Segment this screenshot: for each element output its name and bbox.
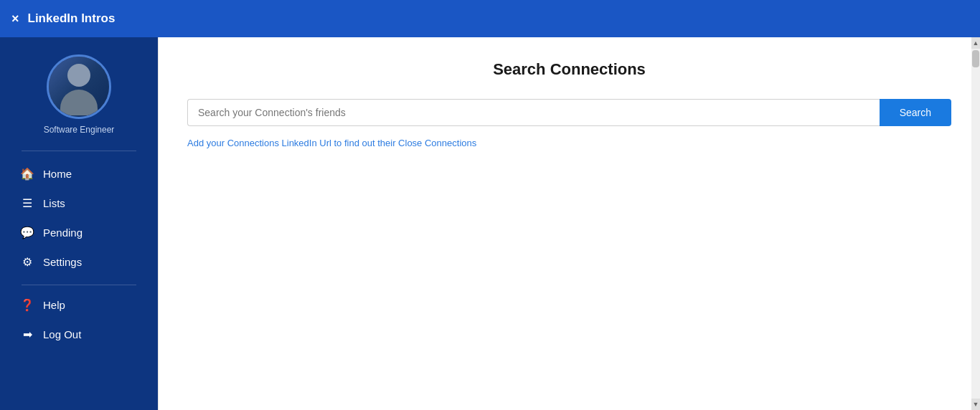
page-title: Search Connections: [187, 60, 951, 79]
sidebar-item-home[interactable]: 🏠 Home: [9, 160, 149, 188]
main-layout: Software Engineer 🏠 Home ☰ Lists 💬 Pendi…: [0, 37, 980, 410]
sidebar-item-lists[interactable]: ☰ Lists: [9, 189, 149, 217]
sidebar-item-pending-label: Pending: [43, 227, 83, 239]
lists-icon: ☰: [20, 196, 34, 210]
search-button[interactable]: Search: [880, 99, 951, 126]
nav-items: 🏠 Home ☰ Lists 💬 Pending ⚙ Settings: [0, 160, 158, 276]
sidebar-item-help-label: Help: [43, 299, 65, 311]
scrollbar-track[interactable]: ▲ ▼: [971, 37, 980, 410]
sidebar-divider-bottom: [22, 285, 136, 285]
settings-icon: ⚙: [20, 255, 34, 269]
sidebar-item-pending[interactable]: 💬 Pending: [9, 219, 149, 247]
home-icon: 🏠: [20, 167, 34, 181]
sidebar-item-home-label: Home: [43, 168, 72, 180]
avatar: [47, 54, 111, 119]
topbar: × LinkedIn Intros: [0, 0, 980, 37]
search-row: Search: [187, 99, 951, 126]
scrollbar-arrow-down[interactable]: ▼: [971, 399, 980, 410]
sidebar-item-logout[interactable]: ➡ Log Out: [9, 320, 149, 348]
avatar-image: [49, 57, 109, 117]
sidebar-item-lists-label: Lists: [43, 197, 65, 209]
logout-icon: ➡: [20, 328, 34, 341]
user-role: Software Engineer: [44, 125, 115, 135]
content-area: Search Connections Search Add your Conne…: [158, 37, 980, 410]
search-input[interactable]: [187, 99, 880, 126]
scrollbar-thumb[interactable]: [972, 50, 979, 67]
sidebar-item-help[interactable]: ❓ Help: [9, 291, 149, 319]
sidebar-divider-top: [22, 151, 136, 151]
help-icon: ❓: [20, 298, 34, 312]
avatar-figure: [50, 58, 108, 115]
sidebar-item-settings[interactable]: ⚙ Settings: [9, 248, 149, 276]
content-inner: Search Connections Search Add your Conne…: [158, 37, 980, 410]
sidebar-item-settings-label: Settings: [43, 256, 82, 268]
info-text: Add your Connections LinkedIn Url to fin…: [187, 138, 951, 148]
scrollbar-arrow-up[interactable]: ▲: [971, 37, 980, 49]
sidebar: Software Engineer 🏠 Home ☰ Lists 💬 Pendi…: [0, 37, 158, 410]
app-title: LinkedIn Intros: [28, 11, 116, 26]
pending-icon: 💬: [20, 226, 34, 239]
close-icon[interactable]: ×: [11, 12, 19, 25]
sidebar-item-logout-label: Log Out: [43, 328, 81, 340]
bottom-nav-items: ❓ Help ➡ Log Out: [0, 291, 158, 348]
